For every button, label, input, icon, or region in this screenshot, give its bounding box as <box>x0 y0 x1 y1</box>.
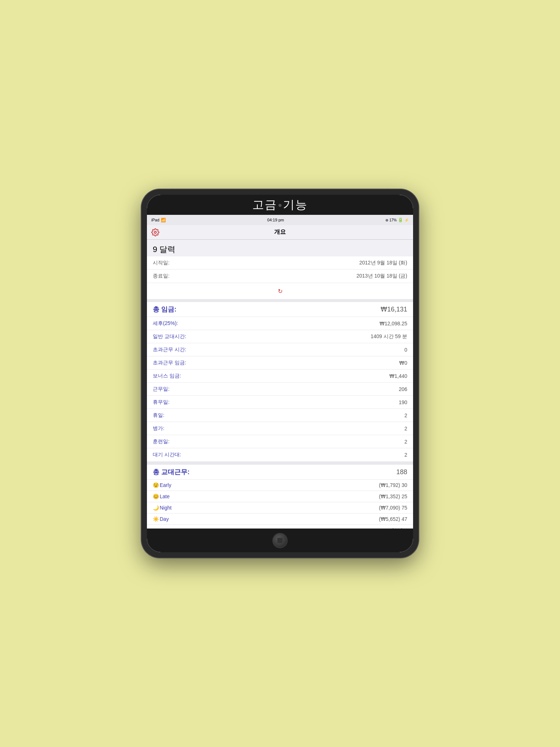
work-days-value: 206 <box>399 386 407 392</box>
shift-item: ☀️Day(₩5,652) 47 <box>147 514 413 525</box>
shift-item: 😟Early(₩1,792) 30 <box>147 480 413 491</box>
settings-icon[interactable] <box>151 228 159 236</box>
overtime-wage-label: 초과근무 임금: <box>153 360 186 366</box>
nav-bar: 개요 <box>147 225 413 240</box>
status-time: 04:19 pm <box>267 218 284 222</box>
training-row: 훈련일: 2 <box>147 435 413 448</box>
shift-emoji: 😟 <box>153 482 159 488</box>
shift-label: 🌙Night <box>153 505 172 511</box>
total-wage-value: ₩16,131 <box>381 305 407 313</box>
standby-label: 대기 시간대: <box>153 452 181 458</box>
overtime-hours-label: 초과근무 시간: <box>153 347 186 353</box>
bonus-value: ₩1,440 <box>389 373 407 379</box>
loading-area: ↻ <box>147 283 413 299</box>
shift-emoji: ☀️ <box>153 516 159 522</box>
off-days-label: 휴무일: <box>153 399 170 406</box>
bottom-bezel <box>147 529 413 552</box>
start-date-value: 2012년 9월 18일 (화) <box>359 260 408 266</box>
shift-item: 🌙Night(₩7,090) 75 <box>147 502 413 514</box>
section-spacer-2 <box>147 461 413 464</box>
shift-value: (₩5,652) 47 <box>379 516 407 522</box>
home-button[interactable] <box>272 533 288 548</box>
shift-value: (₩1,792) 30 <box>379 482 407 488</box>
standby-row: 대기 시간대: 2 <box>147 448 413 461</box>
shift-value: (₩1,352) 25 <box>379 494 407 499</box>
start-date-label: 시작일: <box>153 260 170 266</box>
shift-item: Day(₩0) 4 <box>147 525 413 529</box>
shift-items-container: 😟Early(₩1,792) 30😊Late(₩1,352) 25🌙Night(… <box>147 480 413 529</box>
bonus-label: 보너스 임금: <box>153 373 181 379</box>
off-days-value: 190 <box>399 399 407 405</box>
shift-emoji: 🌙 <box>153 505 159 511</box>
start-date-row: 시작일: 2012년 9월 18일 (화) <box>147 256 413 270</box>
holidays-label: 휴일: <box>153 412 164 419</box>
training-value: 2 <box>404 439 407 445</box>
sick-value: 2 <box>404 426 407 431</box>
overtime-hours-row: 초과근무 시간: 0 <box>147 343 413 356</box>
normal-hours-label: 일반 교대시간: <box>153 333 186 340</box>
main-content: 9 달력 시작일: 2012년 9월 18일 (화) 종료일: 2013년 10… <box>147 240 413 529</box>
after-tax-label: 세후(25%): <box>153 320 178 327</box>
total-wage-label: 총 임금: <box>153 305 176 314</box>
charging-icon: ⚡ <box>404 218 409 222</box>
nav-title: 개요 <box>274 228 286 236</box>
calendar-header: 9 달력 <box>147 240 413 256</box>
holidays-row: 휴일: 2 <box>147 409 413 422</box>
shifts-card: 총 교대근무: 188 😟Early(₩1,792) 30😊Late(₩1,35… <box>147 464 413 529</box>
shift-value: (₩7,090) 75 <box>379 505 407 511</box>
shifts-total-label: 총 교대근무: <box>153 468 190 476</box>
battery-icon: 🔋 <box>398 217 403 222</box>
work-days-label: 근무일: <box>153 386 170 392</box>
end-date-value: 2013년 10월 18일 (금) <box>357 273 407 279</box>
app-title: 고금기능 <box>252 197 308 213</box>
wifi-icon: 📶 <box>161 218 166 222</box>
work-days-row: 근무일: 206 <box>147 383 413 396</box>
normal-hours-row: 일반 교대시간: 1409 시간 59 분 <box>147 330 413 343</box>
training-label: 훈련일: <box>153 438 170 445</box>
shift-label: ☀️Day <box>153 516 169 522</box>
sick-row: 병가: 2 <box>147 422 413 435</box>
status-left: iPad 📶 <box>151 218 166 222</box>
home-button-inner <box>277 538 283 543</box>
shifts-total-value: 188 <box>396 468 407 476</box>
status-right: ⊛ 17% 🔋 ⚡ <box>385 217 409 222</box>
after-tax-value: ₩12,098.25 <box>380 321 407 326</box>
svg-point-0 <box>154 231 156 233</box>
end-date-row: 종료일: 2013년 10월 18일 (금) <box>147 270 413 283</box>
top-bezel: 고금기능 <box>147 195 413 215</box>
device-name: iPad <box>151 218 159 222</box>
bonus-row: 보너스 임금: ₩1,440 <box>147 369 413 383</box>
overtime-hours-value: 0 <box>404 347 407 353</box>
status-bar: iPad 📶 04:19 pm ⊛ 17% 🔋 ⚡ <box>147 215 413 225</box>
off-days-row: 휴무일: 190 <box>147 396 413 409</box>
bluetooth-icon: ⊛ <box>385 218 388 222</box>
loading-spinner: ↻ <box>278 288 283 295</box>
sick-label: 병가: <box>153 425 164 432</box>
standby-value: 2 <box>404 452 407 458</box>
shifts-total-row: 총 교대근무: 188 <box>147 464 413 480</box>
section-spacer-1 <box>147 299 413 302</box>
shift-item: 😊Late(₩1,352) 25 <box>147 491 413 502</box>
overtime-wage-value: ₩0 <box>399 360 407 366</box>
shift-emoji: 😊 <box>153 494 159 499</box>
device-screen: 고금기능 iPad 📶 04:19 pm ⊛ 17% 🔋 ⚡ <box>147 195 413 552</box>
summary-card: 총 임금: ₩16,131 세후(25%): ₩12,098.25 일반 교대시… <box>147 302 413 461</box>
overtime-wage-row: 초과근무 임금: ₩0 <box>147 356 413 369</box>
end-date-label: 종료일: <box>153 273 170 279</box>
holidays-value: 2 <box>404 413 407 418</box>
calendar-title: 9 달력 <box>153 245 175 254</box>
calendar-card: 시작일: 2012년 9월 18일 (화) 종료일: 2013년 10월 18일… <box>147 256 413 283</box>
normal-hours-value: 1409 시간 59 분 <box>371 333 407 340</box>
nav-left <box>151 228 159 236</box>
ipad-device: 고금기능 iPad 📶 04:19 pm ⊛ 17% 🔋 ⚡ <box>141 189 419 558</box>
shift-label: 😟Early <box>153 482 171 488</box>
shift-label: 😊Late <box>153 494 170 499</box>
after-tax-row: 세후(25%): ₩12,098.25 <box>147 317 413 330</box>
total-wage-row: 총 임금: ₩16,131 <box>147 302 413 317</box>
battery-percent: 17% <box>389 218 397 222</box>
